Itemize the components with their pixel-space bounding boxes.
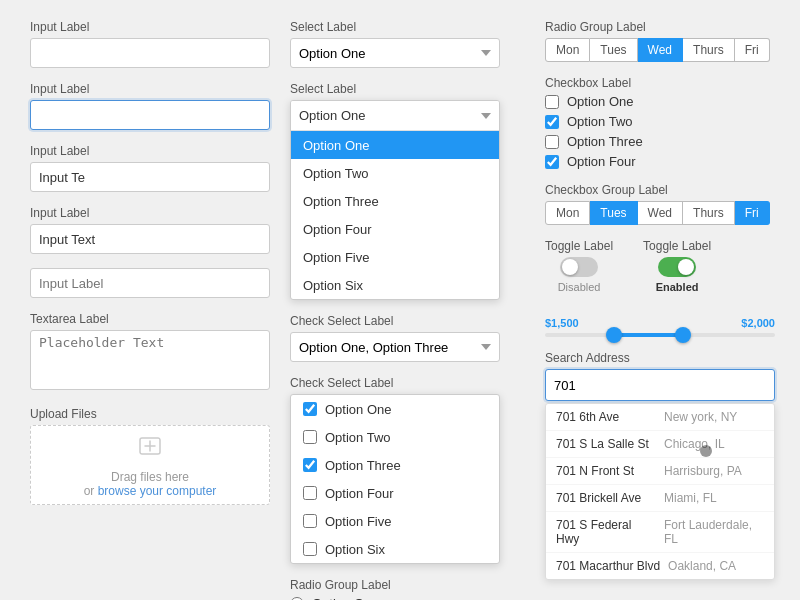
input-field-3[interactable] [30, 162, 270, 192]
btn-wed[interactable]: Wed [638, 38, 683, 62]
check-option-5-checkbox[interactable] [303, 514, 317, 528]
select-input-1[interactable]: Option One Option Two Option Three Optio… [290, 38, 500, 68]
textarea-group: Textarea Label [30, 312, 270, 393]
btn-thurs[interactable]: Thurs [683, 38, 735, 62]
cb-input-3[interactable] [545, 135, 559, 149]
cb-btn-thurs[interactable]: Thurs [683, 201, 735, 225]
cb-label-4: Option Four [567, 154, 636, 169]
search-result-2-city: Chicago, IL [664, 437, 725, 451]
search-result-5-city: Fort Lauderdale, FL [664, 518, 764, 546]
radio-option-1[interactable]: Option One [290, 596, 500, 600]
textarea-field[interactable] [30, 330, 270, 390]
cb-option-3[interactable]: Option Three [545, 134, 775, 149]
check-option-2[interactable]: Option Two [291, 423, 499, 451]
search-result-6-city: Oakland, CA [668, 559, 736, 573]
cb-option-1[interactable]: Option One [545, 94, 775, 109]
cb-label-2: Option Two [567, 114, 633, 129]
upload-dropzone[interactable]: Drag files here or browse your computer [30, 425, 270, 505]
check-option-2-checkbox[interactable] [303, 430, 317, 444]
check-select-dropdown: Option One Option Two Option Three Optio… [290, 394, 500, 564]
search-address-input[interactable] [545, 369, 775, 401]
cb-option-4[interactable]: Option Four [545, 154, 775, 169]
drag-text: Drag files here [111, 470, 189, 484]
input-field-5[interactable] [30, 268, 270, 298]
toggle-group-2: Toggle Label Enabled [643, 239, 711, 293]
cb-option-2[interactable]: Option Two [545, 114, 775, 129]
upload-group: Upload Files Drag files here or browse y… [30, 407, 270, 505]
check-option-4-checkbox[interactable] [303, 486, 317, 500]
range-track[interactable] [545, 333, 775, 337]
check-option-1-checkbox[interactable] [303, 402, 317, 416]
dropdown-option-1[interactable]: Option One [291, 131, 499, 159]
radio-group-col2: Radio Group Label Option One Option Two … [290, 578, 500, 600]
search-result-5[interactable]: 701 S Federal Hwy Fort Lauderdale, FL [546, 512, 774, 553]
range-thumb-2[interactable] [675, 327, 691, 343]
cb-btn-mon[interactable]: Mon [545, 201, 590, 225]
toggle-knob-1 [562, 259, 578, 275]
field-group-4: Input Label [30, 206, 270, 254]
check-option-5[interactable]: Option Five [291, 507, 499, 535]
column-2: Select Label Option One Option Two Optio… [290, 20, 500, 600]
search-result-3-city: Harrisburg, PA [664, 464, 742, 478]
search-result-2[interactable]: 701 S La Salle St Chicago, IL [546, 431, 774, 458]
cb-btn-wed[interactable]: Wed [638, 201, 683, 225]
or-text: or [84, 484, 95, 498]
btn-fri[interactable]: Fri [735, 38, 770, 62]
check-option-6[interactable]: Option Six [291, 535, 499, 563]
upload-icon [136, 432, 164, 466]
check-option-3[interactable]: Option Three [291, 451, 499, 479]
check-option-4-label: Option Four [325, 486, 394, 501]
column-3: Radio Group Label Mon Tues Wed Thurs Fri… [545, 20, 775, 594]
range-thumb-1[interactable] [606, 327, 622, 343]
dropdown-open: Option One Option One Option Two Option … [290, 100, 500, 300]
input-field-4[interactable] [30, 224, 270, 254]
cb-input-4[interactable] [545, 155, 559, 169]
radio-input-1[interactable] [290, 597, 304, 601]
dropdown-option-4[interactable]: Option Four [291, 215, 499, 243]
checkbox-btn-group-items: Mon Tues Wed Thurs Fri [545, 201, 775, 225]
search-result-3[interactable]: 701 N Front St Harrisburg, PA [546, 458, 774, 485]
search-result-4[interactable]: 701 Brickell Ave Miami, FL [546, 485, 774, 512]
select-label-1: Select Label [290, 20, 500, 34]
input-field-2[interactable] [30, 100, 270, 130]
toggle-knob-2 [678, 259, 694, 275]
search-result-6[interactable]: 701 Macarthur Blvd Oakland, CA [546, 553, 774, 579]
search-result-1-city: New york, NY [664, 410, 737, 424]
check-option-4[interactable]: Option Four [291, 479, 499, 507]
toggle-field-group: Toggle Label Disabled Toggle Label [545, 239, 775, 293]
radio-options-col2: Option One Option Two Option Three Optio… [290, 596, 500, 600]
upload-label: Upload Files [30, 407, 270, 421]
toggle-label-2: Toggle Label [643, 239, 711, 253]
dropdown-option-3[interactable]: Option Three [291, 187, 499, 215]
checkbox-btn-group: Checkbox Group Label Mon Tues Wed Thurs … [545, 183, 775, 225]
cb-input-1[interactable] [545, 95, 559, 109]
range-group: $1,500 $2,000 [545, 307, 775, 337]
cb-btn-tues[interactable]: Tues [590, 201, 637, 225]
cb-label-3: Option Three [567, 134, 643, 149]
browse-link[interactable]: browse your computer [98, 484, 217, 498]
cb-input-2[interactable] [545, 115, 559, 129]
toggle-switch-2[interactable] [658, 257, 696, 277]
btn-tues[interactable]: Tues [590, 38, 637, 62]
search-result-6-main: 701 Macarthur Blvd [556, 559, 660, 573]
dropdown-option-5[interactable]: Option Five [291, 243, 499, 271]
check-option-6-checkbox[interactable] [303, 542, 317, 556]
check-option-3-checkbox[interactable] [303, 458, 317, 472]
search-result-1[interactable]: 701 6th Ave New york, NY [546, 404, 774, 431]
dropdown-header[interactable]: Option One [291, 101, 499, 131]
btn-mon[interactable]: Mon [545, 38, 590, 62]
toggle-label-1: Toggle Label [545, 239, 613, 253]
search-result-5-main: 701 S Federal Hwy [556, 518, 656, 546]
field-group-5 [30, 268, 270, 298]
range-label-max: $2,000 [741, 317, 775, 329]
cb-btn-fri[interactable]: Fri [735, 201, 770, 225]
check-select-input-1[interactable]: Option One, Option Three [290, 332, 500, 362]
toggle-disabled-label: Disabled [558, 281, 601, 293]
input-field-1[interactable] [30, 38, 270, 68]
dropdown-option-2[interactable]: Option Two [291, 159, 499, 187]
check-option-1[interactable]: Option One [291, 395, 499, 423]
dropdown-option-6[interactable]: Option Six [291, 271, 499, 299]
check-select-label-2: Check Select Label [290, 376, 500, 390]
search-address-group: Search Address 701 6th Ave New york, NY … [545, 351, 775, 580]
toggle-switch-1[interactable] [560, 257, 598, 277]
